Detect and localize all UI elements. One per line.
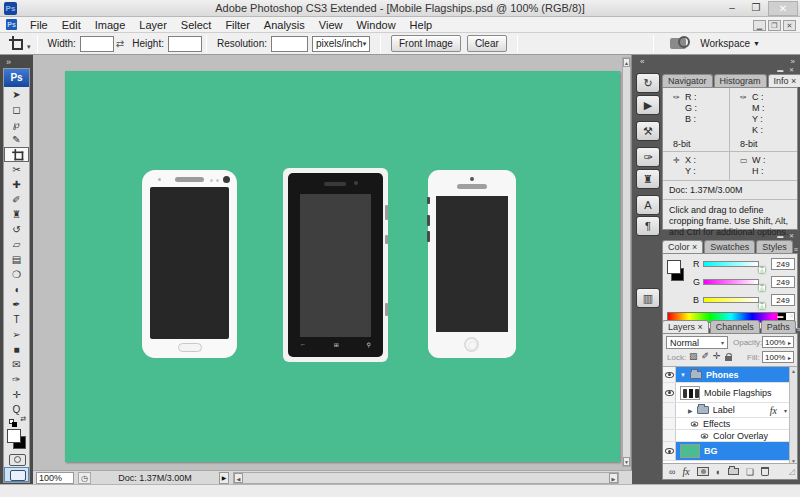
path-selection-tool[interactable]: ➢ xyxy=(4,327,29,342)
eyedropper-tool[interactable]: ✑ xyxy=(4,372,29,387)
tab-histogram[interactable]: Histogram xyxy=(714,74,767,87)
blur-tool[interactable]: ❍ xyxy=(4,267,29,282)
doc-minimize-button[interactable]: ▁ xyxy=(753,20,766,31)
opacity-field[interactable]: 100% ▸ xyxy=(762,336,794,348)
new-group-icon[interactable] xyxy=(728,468,739,475)
layer-comps-panel-icon[interactable]: ▥ xyxy=(636,288,660,308)
menu-help[interactable]: Help xyxy=(403,19,440,31)
blend-mode-select[interactable]: Normal ▾ xyxy=(666,336,728,349)
scroll-down-icon[interactable]: ▼ xyxy=(790,457,797,464)
scroll-left-icon[interactable]: ◀ xyxy=(234,473,243,483)
layer-row-phones[interactable]: ▼ Phones xyxy=(663,367,797,383)
layers-scrollbar[interactable]: ▲ ▼ xyxy=(789,367,797,464)
lock-all-icon[interactable] xyxy=(725,356,732,361)
green-slider[interactable]: G 249 xyxy=(693,276,795,290)
lock-pixels-icon[interactable]: ✐ xyxy=(702,351,710,361)
history-brush-tool[interactable]: ↺ xyxy=(4,222,29,237)
expand-triangle-icon[interactable]: ▼ xyxy=(680,372,686,378)
eye-icon[interactable] xyxy=(691,421,699,426)
visibility-toggle[interactable] xyxy=(663,367,676,382)
dock-collapse-left-button[interactable]: « xyxy=(640,57,644,66)
eraser-tool[interactable]: ▱ xyxy=(4,237,29,252)
tab-paths[interactable]: Paths xyxy=(761,320,796,333)
default-colors-control[interactable]: ⇄ xyxy=(4,417,29,427)
slider-thumb[interactable] xyxy=(759,267,765,273)
rectangle-tool[interactable]: ■ xyxy=(4,342,29,357)
visibility-toggle[interactable] xyxy=(663,442,676,460)
menu-layer[interactable]: Layer xyxy=(132,19,174,31)
tab-info[interactable]: Info × xyxy=(768,74,800,87)
resolution-unit-select[interactable]: pixels/inch ▾ xyxy=(312,36,370,52)
resolution-input[interactable] xyxy=(271,36,308,52)
visibility-toggle[interactable] xyxy=(663,418,676,429)
scroll-down-icon[interactable]: ▼ xyxy=(623,457,630,466)
blue-slider[interactable]: B 249 xyxy=(693,294,795,308)
height-input[interactable] xyxy=(168,36,202,52)
menu-select[interactable]: Select xyxy=(174,19,219,31)
crop-tool-icon[interactable] xyxy=(9,36,24,51)
brush-tool[interactable]: ✐ xyxy=(4,192,29,207)
foreground-color-swatch[interactable] xyxy=(7,429,21,443)
visibility-toggle[interactable] xyxy=(663,403,676,417)
screen-mode-button[interactable] xyxy=(4,467,29,482)
quick-selection-tool[interactable]: ✎ xyxy=(4,132,29,147)
menu-edit[interactable]: Edit xyxy=(55,19,88,31)
horizontal-scrollbar[interactable]: ◀ ▶ xyxy=(233,472,619,484)
pen-tool[interactable]: ✒ xyxy=(4,297,29,312)
lock-transparency-icon[interactable]: ▨ xyxy=(689,351,698,361)
panel-menu-icon[interactable]: ≡ xyxy=(794,246,800,253)
tab-color[interactable]: Color × xyxy=(662,240,703,253)
slider-thumb[interactable] xyxy=(759,285,765,291)
panel-resize-grip[interactable]: ◿ xyxy=(789,467,795,476)
menu-image[interactable]: Image xyxy=(88,19,133,31)
fx-collapse-icon[interactable]: ▾ xyxy=(784,407,787,414)
quick-mask-button[interactable] xyxy=(4,452,29,467)
adjustment-layer-icon[interactable]: ◐ xyxy=(716,467,721,477)
swap-colors-icon[interactable]: ⇄ xyxy=(20,415,26,423)
zoom-level-field[interactable]: 100% xyxy=(36,472,74,484)
clear-button[interactable]: Clear xyxy=(467,35,507,52)
eye-icon[interactable] xyxy=(701,433,709,438)
toolbox-collapse-button[interactable]: » xyxy=(6,57,12,67)
visibility-toggle[interactable] xyxy=(663,383,676,402)
fill-field[interactable]: 100% ▸ xyxy=(762,351,794,363)
move-tool[interactable]: ➤ xyxy=(4,87,29,102)
go-to-bridge-icon[interactable] xyxy=(670,38,686,49)
link-layers-icon[interactable]: ∞ xyxy=(669,467,675,477)
history-panel-icon[interactable]: ↻ xyxy=(636,73,660,93)
rectangular-marquee-tool[interactable]: ◻ xyxy=(4,102,29,117)
minimize-button[interactable]: – xyxy=(720,1,744,16)
character-panel-icon[interactable]: A xyxy=(636,195,660,215)
tool-presets-panel-icon[interactable]: ⚒ xyxy=(636,121,660,141)
delete-layer-icon[interactable] xyxy=(761,467,769,476)
new-layer-icon[interactable]: ❏ xyxy=(746,467,754,477)
red-slider[interactable]: R 249 xyxy=(693,258,795,272)
menu-analysis[interactable]: Analysis xyxy=(257,19,312,31)
crop-tool[interactable] xyxy=(4,147,29,162)
tab-channels[interactable]: Channels xyxy=(710,320,760,333)
menu-window[interactable]: Window xyxy=(349,19,402,31)
layer-row-bg[interactable]: BG xyxy=(663,442,797,461)
slider-thumb[interactable] xyxy=(759,303,765,309)
scroll-up-icon[interactable]: ▲ xyxy=(623,58,630,67)
collapse-triangle-icon[interactable]: ▶ xyxy=(688,407,693,414)
visibility-toggle[interactable] xyxy=(663,430,676,441)
layer-style-icon[interactable]: fx xyxy=(682,466,689,477)
close-button[interactable]: ✕ xyxy=(768,1,798,16)
menu-filter[interactable]: Filter xyxy=(218,19,256,31)
menu-view[interactable]: View xyxy=(312,19,350,31)
notes-tool[interactable]: ✉ xyxy=(4,357,29,372)
green-value[interactable]: 249 xyxy=(771,276,795,288)
layer-row-color-overlay[interactable]: Color Overlay xyxy=(663,430,797,442)
scroll-up-icon[interactable]: ▲ xyxy=(790,367,797,375)
lasso-tool[interactable]: ℘ xyxy=(4,117,29,132)
dodge-tool[interactable]: ◖ xyxy=(4,282,29,297)
width-input[interactable] xyxy=(80,36,114,52)
hand-tool[interactable]: ✛ xyxy=(4,387,29,402)
lock-position-icon[interactable]: ✛ xyxy=(713,351,721,361)
maximize-button[interactable]: ❐ xyxy=(744,1,768,16)
doc-restore-button[interactable]: ❐ xyxy=(768,20,781,31)
actions-panel-icon[interactable]: ▶ xyxy=(636,95,660,115)
blue-value[interactable]: 249 xyxy=(771,294,795,306)
gradient-tool[interactable]: ▤ xyxy=(4,252,29,267)
